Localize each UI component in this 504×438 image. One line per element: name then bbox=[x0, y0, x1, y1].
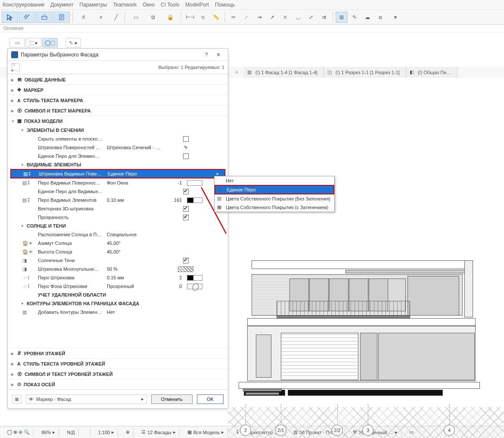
section-marker[interactable]: ✥МАРКЕР bbox=[8, 84, 228, 95]
group-tool[interactable]: ⧉ bbox=[145, 12, 161, 23]
document-tool[interactable] bbox=[53, 12, 70, 23]
marquee-tool[interactable] bbox=[19, 12, 35, 23]
marquee-dashed-icon[interactable]: ⬚ ▸ bbox=[26, 38, 41, 47]
group-visible[interactable]: ▼ ВИДИМЫЕ ЭЛЕМЕНТЫ bbox=[10, 160, 225, 169]
nav-icons[interactable]: ◯ ⊕ ⊖ 🔍 bbox=[3, 428, 34, 437]
row-vector-3d[interactable]: Векторная 3D-штриховка bbox=[10, 204, 225, 213]
snap-tool[interactable]: ⌖ bbox=[93, 12, 109, 23]
menu-item[interactable]: Teamwork bbox=[113, 2, 137, 8]
section-levels-symbol[interactable]: ⦿СИМВОЛ И ТЕКСТ УРОВНЕЙ ЭТАЖЕЙ bbox=[8, 369, 228, 379]
section-levels[interactable]: ⇵УРОВНИ ЭТАЖЕЙ bbox=[8, 348, 228, 358]
offset-tool[interactable]: ⇉ bbox=[318, 12, 330, 23]
menu-item[interactable]: Конструирование bbox=[3, 2, 44, 8]
layer-combo[interactable]: ☰ 12 Фасады ▸ bbox=[138, 428, 180, 437]
tab-elevation[interactable]: ▥(!) 1 Фасад 1-4 [1 Фасад 1-4] bbox=[244, 67, 324, 78]
show-all-icon[interactable]: ⊞ bbox=[336, 12, 348, 23]
row-shadow-poly[interactable]: ◨Штриховка Многоугольни…50 % bbox=[10, 265, 225, 273]
guide-tool[interactable]: ╱ bbox=[110, 12, 122, 23]
label-tool[interactable]: ⎋ bbox=[197, 12, 209, 23]
resize-tool[interactable]: ⤢ bbox=[305, 12, 317, 23]
group-cut[interactable]: ▼ ЭЛЕМЕНТЫ В СЕЧЕНИИ bbox=[10, 126, 225, 135]
section-levels-text[interactable]: AСТИЛЬ ТЕКСТА УРОВНЕЙ ЭТАЖЕЙ bbox=[8, 358, 228, 369]
checkbox[interactable] bbox=[183, 153, 189, 159]
fill-swatch[interactable] bbox=[178, 266, 193, 272]
checkbox[interactable] bbox=[183, 136, 189, 142]
favorites-button[interactable]: ☆ ▸ bbox=[11, 63, 20, 71]
group-sun[interactable]: ▼ СОЛНЦЕ И ТЕНИ bbox=[10, 222, 225, 230]
grid-tool[interactable]: # bbox=[75, 12, 92, 23]
pen-swatch[interactable] bbox=[187, 275, 202, 281]
marker-combo[interactable]: 👁Маркер - Фасад▸ bbox=[26, 394, 147, 404]
pen-swatch[interactable] bbox=[187, 180, 202, 186]
arrow-icon[interactable]: ↖ ▸ bbox=[65, 38, 81, 47]
dimension-tool[interactable]: ⊢⊣ bbox=[184, 12, 196, 23]
row-visible-surface-fill[interactable]: ▨↧ Штриховка Видимых Пове… Единое Перо ▸ bbox=[10, 169, 225, 178]
menu-item[interactable]: ModelPort bbox=[185, 2, 209, 8]
row-sun-loc[interactable]: Расположение Солнца в П…Специальное bbox=[10, 230, 225, 239]
row-hatch-pen[interactable]: ⟋↧Перо Штриховки0.15 мм2 bbox=[10, 273, 225, 282]
section-general[interactable]: 🛠ОБЩИЕ ДАННЫЕ bbox=[8, 74, 228, 84]
fill-type-popup[interactable]: Нет ↧Единое Перо ▥Цвета Собственного Пок… bbox=[214, 176, 335, 212]
ok-button[interactable]: OK bbox=[197, 394, 224, 404]
design-tool[interactable] bbox=[36, 12, 53, 23]
reference-tool[interactable]: ⧈ bbox=[374, 12, 386, 23]
sb-icon[interactable]: ⊕ bbox=[122, 428, 134, 437]
pen-swatch[interactable] bbox=[187, 197, 202, 203]
popup-item-own-colors-noshade[interactable]: ▥Цвета Собственного Покрытия (Без Затене… bbox=[215, 194, 334, 203]
layers-icon[interactable]: ≣ bbox=[12, 395, 22, 404]
intersect-tool[interactable]: ⤫ bbox=[279, 12, 291, 23]
section-axes[interactable]: ⊙ПОКАЗ ОСЕЙ bbox=[8, 379, 228, 389]
popup-item-none[interactable]: Нет bbox=[215, 176, 334, 185]
menu-item[interactable]: Документ bbox=[50, 2, 73, 8]
row-sun-az[interactable]: 🏠☀Азимут Солнца45,00° bbox=[10, 239, 225, 247]
cursor-tool[interactable] bbox=[2, 12, 18, 23]
more-tool[interactable]: ▾ bbox=[387, 12, 404, 23]
measure-tool[interactable]: 📏 bbox=[210, 12, 222, 23]
cut-tool[interactable]: ✂ bbox=[227, 12, 240, 23]
menu-item[interactable]: Параметры bbox=[80, 2, 107, 8]
model-filter[interactable]: ▦ Вся Модель ▸ bbox=[184, 428, 228, 437]
row-one-pen-cut[interactable]: Единое Перо для Элемен… bbox=[10, 152, 225, 160]
adjust-tool[interactable]: ↗ bbox=[266, 12, 278, 23]
row-cut-surf[interactable]: Штриховка Поверхностей …Штриховка Сечени… bbox=[10, 143, 225, 152]
group-contours[interactable]: ▼ КОНТУРЫ ЭЛЕМЕНТОВ НА ГРАНИЦАХ ФАСАДА bbox=[10, 299, 225, 308]
menu-item[interactable]: CI Tools bbox=[161, 2, 179, 8]
lock-tool[interactable]: 🔒 bbox=[162, 12, 178, 23]
scale[interactable]: 1:100 ▸ bbox=[95, 428, 118, 437]
row-sun-shadow[interactable]: ◨Солнечные Тени bbox=[10, 256, 225, 265]
row-pen-visible[interactable]: ▨↧Перо Видимых Элементов0.10 мм161 bbox=[10, 196, 225, 204]
menu-item[interactable]: Помощь bbox=[215, 2, 235, 8]
tab-3d[interactable]: ◧(!) Общая Пе… bbox=[406, 67, 458, 78]
row-transparency[interactable]: Прозрачность bbox=[10, 213, 225, 222]
split-tool[interactable]: ⇥ bbox=[253, 12, 265, 23]
cancel-button[interactable]: Отменить bbox=[151, 394, 193, 404]
pen-swatch[interactable] bbox=[187, 284, 202, 289]
checkbox[interactable] bbox=[183, 215, 189, 220]
na-indicator[interactable]: N/Д bbox=[63, 428, 78, 437]
quick-select-icon[interactable]: ◯⬚ bbox=[42, 38, 58, 47]
popup-item-single-pen[interactable]: ↧Единое Перо bbox=[215, 185, 334, 194]
row-sun-alt[interactable]: 🏠☀Высота Солнца45,00° bbox=[10, 247, 225, 256]
menu-item[interactable]: Окно bbox=[143, 2, 155, 8]
suspend-tool[interactable]: ▭ bbox=[128, 12, 144, 23]
marquee-rect-icon[interactable]: ▭ bbox=[9, 38, 25, 47]
section-model-display[interactable]: ▦ПОКАЗ МОДЕЛИ bbox=[8, 116, 228, 126]
checkbox[interactable] bbox=[183, 206, 189, 212]
section-marker-symbol[interactable]: ⦿СИМВОЛ И ТЕКСТ МАРКЕРА bbox=[8, 105, 228, 116]
row-add-contours[interactable]: ▥Добавить Контуры Элемен…Нет bbox=[10, 308, 225, 316]
group-remote[interactable]: УЧЕТ УДАЛЕННОЙ ОБЛАСТИ bbox=[10, 291, 225, 299]
popup-item-own-colors-shade[interactable]: ▦Цвета Собственного Покрытия (с Затенени… bbox=[215, 203, 334, 212]
checkbox[interactable] bbox=[183, 258, 189, 263]
row-one-pen-visible[interactable]: Единое Перо для Видимых… bbox=[10, 187, 225, 196]
close-button[interactable]: ✕ bbox=[212, 49, 224, 61]
fillet-tool[interactable]: ◡ bbox=[292, 12, 304, 23]
trace-tool[interactable]: ✎ bbox=[348, 12, 361, 23]
trim-tool[interactable]: ⟋ bbox=[240, 12, 252, 23]
compare-tool[interactable]: ☁ bbox=[361, 12, 373, 23]
checkbox[interactable] bbox=[183, 189, 189, 194]
row-visible-bg-pen[interactable]: ▨↧Перо Видимых Поверхнос…Фон Окна-1 bbox=[10, 178, 225, 187]
help-button[interactable]: ? bbox=[200, 49, 212, 61]
row-hide-plane[interactable]: Скрыть элементы в плоско… bbox=[10, 135, 225, 143]
tab-section[interactable]: ◫(!) 1 Разрез 1-1 [1 Разрез 1-1] bbox=[324, 67, 406, 78]
row-hatch-bg[interactable]: ⟋↧Перо Фона ШтриховкиПрозрачный0 bbox=[10, 282, 225, 291]
